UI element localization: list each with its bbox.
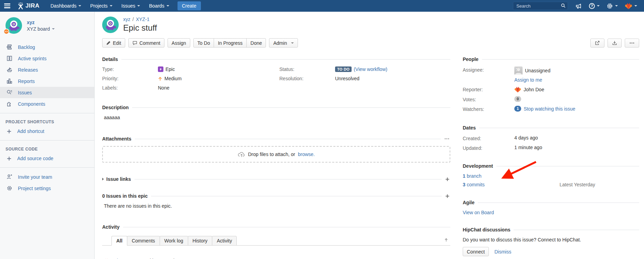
chevron-down-icon xyxy=(52,28,55,30)
updated-value: 1 minute ago xyxy=(514,145,542,150)
admin-dropdown-button[interactable]: Admin xyxy=(269,38,298,48)
in-progress-button[interactable]: In Progress xyxy=(214,38,247,48)
chevron-down-icon xyxy=(110,5,112,7)
reporter-label: Reporter: xyxy=(463,86,514,92)
breadcrumb-project-link[interactable]: xyz xyxy=(123,17,130,22)
collapse-up-arrow-icon[interactable] xyxy=(444,238,450,243)
attachments-more-button[interactable] xyxy=(443,137,450,141)
chevron-down-icon xyxy=(615,5,618,7)
done-button[interactable]: Done xyxy=(246,38,266,48)
issue-main-column: Details Type: xyxy=(102,56,450,259)
priority-medium-icon xyxy=(158,76,162,81)
sidebar-item-backlog[interactable]: Backlog xyxy=(0,41,94,53)
sidebar-item-issues[interactable]: Issues xyxy=(0,87,94,98)
priority-label: Priority: xyxy=(102,76,158,81)
hipchat-section: HipChat discussions Do you want to discu… xyxy=(463,227,639,256)
add-issue-to-epic-button[interactable] xyxy=(444,194,450,198)
invite-person-icon xyxy=(7,174,12,180)
hipchat-connect-button[interactable]: Connect xyxy=(463,247,489,256)
chevron-down-icon xyxy=(78,5,81,7)
project-shortcuts-header: PROJECT SHORTCUTS xyxy=(0,117,94,126)
status-badge: TO DO xyxy=(335,66,352,72)
export-button[interactable] xyxy=(608,39,622,48)
twixie-chevron-icon[interactable] xyxy=(102,178,104,180)
share-icon xyxy=(595,40,600,45)
votes-badge[interactable]: 0 xyxy=(514,96,521,102)
hamburger-menu-icon[interactable] xyxy=(4,0,13,12)
view-workflow-link[interactable]: (View workflow) xyxy=(354,66,387,72)
hipchat-dismiss-link[interactable]: Dismiss xyxy=(494,249,511,255)
issue-toolbar: Edit Comment Assign To Do In Progress Do… xyxy=(102,38,639,48)
tab-all[interactable]: All xyxy=(111,236,127,246)
tab-comments[interactable]: Comments xyxy=(127,236,160,246)
attachment-dropzone[interactable]: Drop files to attach, or browse. xyxy=(102,146,450,163)
tab-work-log[interactable]: Work log xyxy=(160,236,188,246)
sidebar-item-active-sprints[interactable]: Active sprints xyxy=(0,53,94,64)
search-input[interactable] xyxy=(513,2,568,10)
created-value: 4 days ago xyxy=(514,135,538,141)
top-navbar: JIRA Dashboards Projects Issues Boards C… xyxy=(0,0,644,12)
add-source-code-link[interactable]: Add source code xyxy=(0,153,94,164)
divider xyxy=(135,139,441,139)
more-actions-button[interactable] xyxy=(625,39,639,48)
divider xyxy=(0,140,94,141)
epic-issues-section: 0 Issues in this epic There are no issue… xyxy=(102,193,450,209)
comment-button[interactable]: Comment xyxy=(128,38,164,48)
issue-header: xyz / XYZ-1 Epic stuff xyxy=(102,17,639,33)
issue-links-heading[interactable]: Issue links xyxy=(106,176,131,182)
edit-button[interactable]: Edit xyxy=(102,38,125,48)
jira-logo[interactable]: JIRA xyxy=(17,2,40,9)
user-avatar-menu[interactable] xyxy=(622,0,640,12)
divider xyxy=(478,203,639,203)
commits-link[interactable]: 3 commits xyxy=(463,182,485,187)
navbar-right: ? xyxy=(513,0,640,12)
sidebar-item-reports[interactable]: Reports xyxy=(0,75,94,87)
branches-link[interactable]: 1 branch xyxy=(463,173,482,179)
nav-boards[interactable]: Boards xyxy=(145,0,173,12)
labels-label: Labels: xyxy=(102,85,158,91)
add-shortcut-link[interactable]: Add shortcut xyxy=(0,126,94,137)
unassigned-avatar-icon: ? xyxy=(514,66,523,75)
tab-history[interactable]: History xyxy=(188,236,213,246)
help-icon[interactable]: ? xyxy=(586,0,602,12)
hipchat-prompt: Do you want to discuss this issue? Conne… xyxy=(463,237,639,242)
attachments-section: Attachments Drop files to attach, or bro… xyxy=(102,136,450,163)
priority-value: Medium xyxy=(164,76,182,81)
search-icon xyxy=(561,3,566,8)
share-button[interactable] xyxy=(590,39,604,48)
invite-your-team-link[interactable]: Invite your team xyxy=(0,171,94,183)
nav-dashboards[interactable]: Dashboards xyxy=(46,0,86,12)
admin-gear-icon[interactable] xyxy=(604,0,621,12)
sidebar-item-releases[interactable]: Releases xyxy=(0,64,94,75)
feedback-megaphone-icon[interactable] xyxy=(573,0,585,12)
nav-issues[interactable]: Issues xyxy=(117,0,144,12)
add-issue-link-button[interactable] xyxy=(444,177,450,182)
nav-projects[interactable]: Projects xyxy=(86,0,117,12)
description-section: Description aaaaaa xyxy=(102,105,450,120)
description-text[interactable]: aaaaaa xyxy=(102,115,450,120)
todo-button[interactable]: To Do xyxy=(193,38,214,48)
puzzle-icon xyxy=(7,101,12,107)
view-on-board-link[interactable]: View on Board xyxy=(463,210,494,215)
cloud-upload-icon xyxy=(238,151,245,157)
sidebar-project-name[interactable]: xyz xyxy=(27,20,55,25)
sidebar-item-components[interactable]: Components xyxy=(0,98,94,110)
breadcrumb-issue-key-link[interactable]: XYZ-1 xyxy=(136,17,150,22)
attachments-heading: Attachments xyxy=(102,136,131,142)
stop-watching-link[interactable]: Stop watching this issue xyxy=(524,106,575,112)
tab-activity[interactable]: Activity xyxy=(212,236,237,246)
assign-button[interactable]: Assign xyxy=(168,38,190,48)
create-button[interactable]: Create xyxy=(178,1,201,10)
hipchat-heading: HipChat discussions xyxy=(463,227,510,232)
plus-icon xyxy=(445,194,450,198)
board-switcher[interactable]: XYZ board xyxy=(27,26,55,32)
source-code-header: SOURCE CODE xyxy=(0,144,94,153)
browse-link[interactable]: browse. xyxy=(298,152,315,157)
watchers-badge[interactable]: 1 xyxy=(514,106,521,112)
ship-icon xyxy=(7,67,12,73)
reporter-avatar-fox-icon xyxy=(514,86,521,93)
chevron-down-icon xyxy=(597,5,600,7)
type-label: Type: xyxy=(102,66,158,72)
project-settings-link[interactable]: Project settings xyxy=(0,183,94,194)
assign-to-me-link[interactable]: Assign to me xyxy=(514,77,542,83)
